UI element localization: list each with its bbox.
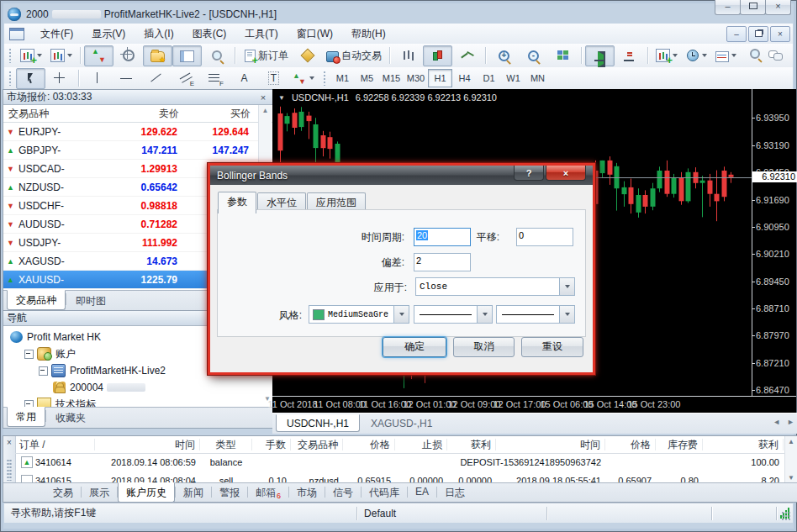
chart-window-icon[interactable] [9,28,24,40]
menu-item-6[interactable]: 帮助(H) [342,24,395,45]
terminal-tab-10[interactable]: 日志 [437,483,472,502]
menu-item-5[interactable]: 窗口(W) [288,24,342,45]
close-icon[interactable]: × [3,438,15,447]
timeframe-m30[interactable]: M30 [404,69,428,87]
column-header-9[interactable]: 价格 [605,439,656,450]
bar-chart-button[interactable] [393,45,423,66]
terminal-tab-7[interactable]: 信号 [325,483,361,502]
market-watch-tab-0[interactable]: 交易品种 [7,290,66,310]
apply-to-select[interactable]: Close [415,277,575,296]
column-bid[interactable]: 卖价 [113,107,184,121]
market-watch-row[interactable]: ▲GBPJPY-147.211147.247 [3,141,272,160]
indicators-button[interactable] [652,45,682,66]
terminal-tab-0[interactable]: 交易 [45,483,81,502]
toolbar-grip[interactable] [323,71,326,86]
market-watch-tab-1[interactable]: 即时图 [66,291,115,311]
terminal-tab-8[interactable]: 代码库 [362,483,407,502]
style-color-select[interactable]: MediumSeaGre [309,305,409,324]
terminal-tab-2[interactable]: 账户历史 [118,482,175,503]
chart-tab-1[interactable]: XAGUSD-,H1 [360,414,443,432]
horizontal-line-button[interactable] [112,68,141,89]
column-symbol[interactable]: 交易品种 [3,107,113,121]
terminal-tab-3[interactable]: 新闻 [176,483,211,502]
navigator-tab-1[interactable]: 收藏夹 [46,408,95,428]
timeframe-h1[interactable]: H1 [428,69,452,87]
dropdown-button[interactable] [393,306,409,323]
column-header-6[interactable]: 止损 [395,439,447,450]
reset-button[interactable]: 重设 [521,337,583,357]
profiles-button[interactable] [46,45,77,66]
order-row[interactable]: 34106152018.09.14 08:08:04sell0.10nzdusd… [15,471,785,483]
zoom-out-button[interactable]: - [519,45,548,66]
menu-item-0[interactable]: 文件(F) [31,24,82,45]
metaeditor-button[interactable] [293,45,322,66]
market-watch-button[interactable] [84,45,113,66]
vertical-line-button[interactable] [82,68,112,89]
terminal-tab-5[interactable]: 邮箱6 [248,483,288,502]
timeframe-mn[interactable]: MN [525,69,550,87]
close-button[interactable]: × [765,0,791,15]
dropdown-button[interactable] [559,306,574,323]
navigator-button[interactable] [143,45,172,66]
terminal-scrollbar[interactable]: ▲ ▼ [784,436,797,483]
menu-item-2[interactable]: 插入(I) [135,24,182,45]
nav-item[interactable]: 200004 [3,379,272,396]
toolbar-grip[interactable] [8,48,12,63]
column-header-0[interactable]: 订单 / [15,439,95,450]
column-header-1[interactable]: 时间 [95,439,200,450]
search-icon[interactable] [750,49,760,59]
order-row[interactable]: ▲34106142018.09.14 08:06:59balanceDEPOSI… [15,453,785,471]
status-profile[interactable]: Default [357,503,546,523]
timeframe-m15[interactable]: M15 [379,69,404,87]
column-header-8[interactable]: 时间 [496,439,605,450]
crosshair-button[interactable] [45,68,75,89]
scroll-left-icon[interactable]: ◄ [773,418,780,426]
menu-item-3[interactable]: 图表(C) [183,24,236,45]
cursor-button[interactable] [16,68,45,89]
tile-windows-button[interactable] [548,45,578,66]
line-style-select[interactable] [496,305,575,324]
tab-parameters[interactable]: 参数 [218,192,256,213]
mdi-close-button[interactable]: × [770,26,790,42]
navigator-tab-0[interactable]: 常用 [7,407,45,427]
line-chart-button[interactable] [452,45,482,66]
periods-button[interactable] [682,45,711,66]
terminal-tab-1[interactable]: 展示 [82,483,117,502]
column-ask[interactable]: 买价 [184,107,256,121]
dropdown-button[interactable] [477,306,492,323]
terminal-button[interactable] [172,45,202,66]
dialog-close-button[interactable]: × [546,166,586,181]
column-header-7[interactable]: 获利 [447,439,496,450]
templates-button[interactable] [711,45,741,66]
mdi-restore-button[interactable] [748,26,768,42]
timeframe-d1[interactable]: D1 [477,69,501,87]
data-window-button[interactable] [113,45,143,66]
column-header-10[interactable]: 库存费 [656,439,703,450]
chat-icon[interactable] [768,49,783,62]
ok-button[interactable]: 确定 [383,337,446,357]
expander-minus-icon[interactable] [39,366,48,376]
mdi-minimize-button[interactable]: – [726,26,747,42]
terminal-tab-9[interactable]: EA [408,483,436,499]
arrows-button[interactable] [288,68,319,89]
chevron-down-icon[interactable]: ▼ [278,94,285,102]
menu-item-1[interactable]: 显示(V) [82,24,135,45]
scroll-right-icon[interactable]: ► [787,418,794,426]
candlestick-button[interactable] [423,45,452,66]
chart-shift-button[interactable] [615,45,644,66]
market-watch-row[interactable]: ▼EURJPY-129.622129.644 [3,123,272,141]
zoom-in-button[interactable]: + [489,45,519,66]
strategy-tester-button[interactable] [202,45,231,66]
new-order-button[interactable]: 新订单 [239,45,293,66]
auto-scroll-button[interactable] [585,45,615,66]
terminal-tab-6[interactable]: 市场 [289,483,325,502]
column-header-4[interactable]: 交易品种 [291,439,343,450]
timeframe-w1[interactable]: W1 [501,69,525,87]
fibonacci-button[interactable]: F [200,68,230,89]
timeframe-m1[interactable]: M1 [330,69,355,87]
expander-minus-icon[interactable] [24,350,34,359]
column-header-5[interactable]: 价格 [343,439,395,450]
shift-input[interactable]: 0 [516,228,573,246]
terminal-tab-4[interactable]: 警报 [212,483,247,502]
dialog-help-button[interactable]: ? [514,166,544,181]
